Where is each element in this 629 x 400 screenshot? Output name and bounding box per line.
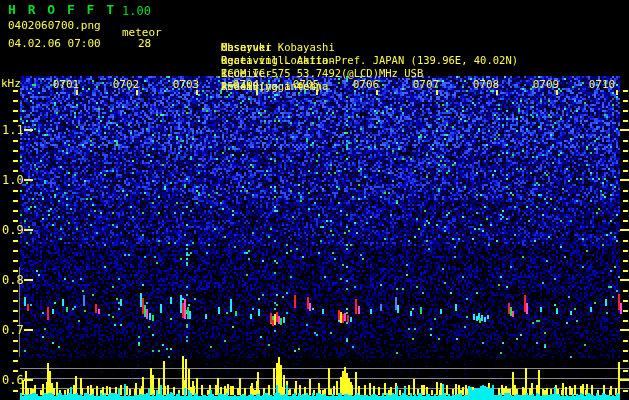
time-label: 0708	[470, 79, 502, 90]
app-version: 1.00	[122, 4, 151, 18]
y-axis-label: 0.9	[2, 224, 28, 236]
y-axis-label: 0.7	[2, 324, 28, 336]
observer-info-block: Observer:Masayuki Kobayashi Receiving Lo…	[183, 2, 629, 80]
echo-count: 28	[138, 37, 151, 50]
output-filename: 0402060700.png	[8, 19, 101, 32]
time-label: 0710	[586, 79, 618, 90]
time-label: 0709	[530, 79, 562, 90]
info-value: Masayuki Kobayashi	[221, 41, 335, 54]
time-label: 0705	[290, 79, 322, 90]
time-label: 0706	[350, 79, 382, 90]
time-label: 0702	[110, 79, 142, 90]
y-axis-unit: kHz	[1, 77, 21, 90]
observation-datetime: 04.02.06 07:00	[8, 37, 101, 50]
info-row: Receiving Location:Ogata-vill. Akita-Pre…	[183, 41, 221, 54]
info-row: Receiver:ICOM IC-575 53.7492(@LCD)MHz US…	[183, 54, 221, 67]
time-label: 0701	[50, 79, 82, 90]
time-label: 0704	[230, 79, 262, 90]
info-row: Observer:Masayuki Kobayashi	[183, 28, 221, 41]
y-axis-label: 1.1	[2, 124, 28, 136]
time-label: 0707	[410, 79, 442, 90]
y-axis-label: 1.0	[2, 174, 28, 186]
info-value: Ogata-vill. Akita-Pref. JAPAN (139.96E, …	[221, 54, 518, 67]
hrofft-screen: H R O F F T 1.00 0402060700.png meteor 0…	[0, 0, 629, 400]
y-axis-label: 0.8	[2, 274, 28, 286]
time-label: 0703	[170, 79, 202, 90]
y-axis-label: 0.6	[2, 374, 28, 386]
app-title: H R O F F T	[8, 2, 116, 17]
